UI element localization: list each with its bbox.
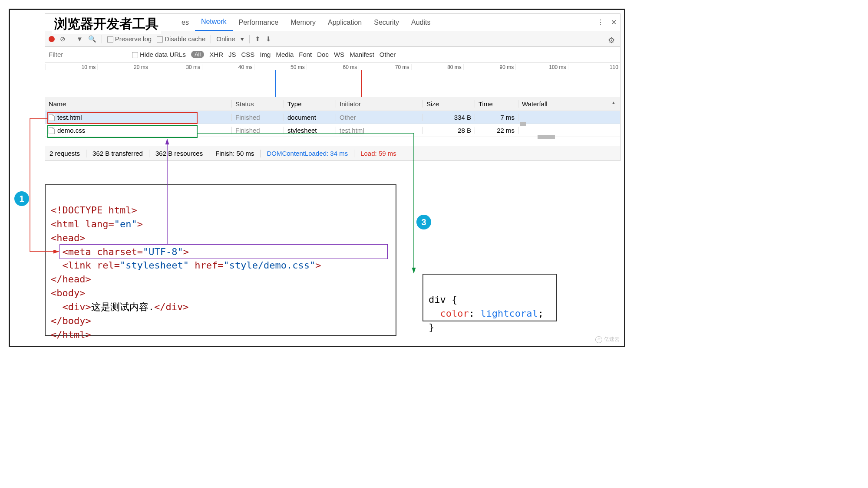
- tick: 70 ms: [359, 64, 411, 70]
- summary-bar: 2 requests 362 B transferred 362 B resou…: [45, 146, 620, 160]
- throttle-select[interactable]: Online ▾: [216, 35, 244, 43]
- tick: 90 ms: [463, 64, 515, 70]
- cell-initiator: test.html: [336, 127, 423, 134]
- highlight-row-1: [47, 112, 198, 124]
- filter-all[interactable]: All: [191, 51, 204, 58]
- tick: 10 ms: [45, 64, 97, 70]
- highlight-row-2: [47, 125, 198, 138]
- close-icon[interactable]: ✕: [607, 18, 620, 26]
- filter-icon[interactable]: ▼: [76, 35, 83, 43]
- col-type[interactable]: Type: [284, 100, 336, 108]
- tick: 40 ms: [202, 64, 254, 70]
- grid-header: Name Status Type Initiator Size Time Wat…: [45, 97, 620, 111]
- tick: 30 ms: [150, 64, 202, 70]
- record-icon[interactable]: [49, 36, 55, 42]
- col-time[interactable]: Time: [475, 100, 518, 108]
- cell-status: Finished: [232, 127, 284, 134]
- filter-bar: Hide data URLs All XHR JS CSS Img Media …: [45, 47, 620, 62]
- tab-security[interactable]: Security: [368, 14, 405, 31]
- download-icon[interactable]: ⬇: [266, 35, 271, 43]
- filter-ws[interactable]: WS: [334, 51, 344, 58]
- filter-font[interactable]: Font: [299, 51, 312, 58]
- cell-initiator: Other: [336, 114, 423, 121]
- summary-resources: 362 B resources: [155, 150, 203, 157]
- cell-type: document: [284, 114, 336, 121]
- clear-icon[interactable]: ⊘: [60, 35, 66, 43]
- dcl-marker: [275, 70, 276, 97]
- summary-load: Load: 59 ms: [360, 150, 396, 157]
- disable-cache-toggle[interactable]: Disable cache: [157, 35, 205, 43]
- cell-size: 334 B: [423, 114, 475, 121]
- upload-icon[interactable]: ⬆: [255, 35, 261, 43]
- filter-img[interactable]: Img: [260, 51, 271, 58]
- preserve-log-toggle[interactable]: Preserve log: [107, 35, 152, 43]
- cell-time: 22 ms: [475, 127, 518, 134]
- tick: 20 ms: [97, 64, 149, 70]
- kebab-icon[interactable]: ⋮: [594, 18, 607, 26]
- col-name[interactable]: Name: [45, 100, 232, 108]
- tick: 100 ms: [515, 64, 568, 70]
- tick: 110: [568, 64, 620, 70]
- summary-requests: 2 requests: [50, 150, 80, 157]
- cell-status: Finished: [232, 114, 284, 121]
- tick: 50 ms: [254, 64, 306, 70]
- html-code-box: <!DOCTYPE html> <html lang="en"> <head> …: [45, 184, 396, 336]
- search-icon[interactable]: 🔍: [88, 35, 96, 43]
- disable-cache-label: Disable cache: [165, 35, 205, 43]
- tab-sources[interactable]: es: [175, 14, 195, 31]
- hide-data-urls-label: Hide data URLs: [140, 51, 186, 58]
- timeline-overview[interactable]: 10 ms 20 ms 30 ms 40 ms 50 ms 60 ms 70 m…: [45, 62, 620, 97]
- preserve-log-label: Preserve log: [115, 35, 152, 43]
- badge-3: 3: [416, 215, 431, 229]
- css-code-box: div { color: lightcoral; }: [422, 274, 557, 321]
- cell-type: stylesheet: [284, 127, 336, 134]
- devtools-panel: es Network Performance Memory Applicatio…: [45, 13, 620, 161]
- filter-input[interactable]: [49, 51, 127, 58]
- summary-finish: Finish: 50 ms: [215, 150, 254, 157]
- cell-size: 28 B: [423, 127, 475, 134]
- badge-1: 1: [14, 191, 29, 206]
- summary-transferred: 362 B transferred: [92, 150, 143, 157]
- filter-manifest[interactable]: Manifest: [350, 51, 374, 58]
- tab-memory[interactable]: Memory: [284, 14, 322, 31]
- col-status[interactable]: Status: [232, 100, 284, 108]
- tick: 60 ms: [307, 64, 359, 70]
- col-initiator[interactable]: Initiator: [336, 100, 423, 108]
- col-waterfall[interactable]: Waterfall ▲: [518, 100, 620, 108]
- tab-application[interactable]: Application: [322, 14, 368, 31]
- tab-network[interactable]: Network: [195, 14, 233, 31]
- col-size[interactable]: Size: [423, 100, 475, 108]
- filter-xhr[interactable]: XHR: [209, 51, 223, 58]
- filter-js[interactable]: JS: [228, 51, 236, 58]
- filter-media[interactable]: Media: [276, 51, 294, 58]
- filter-css[interactable]: CSS: [241, 51, 255, 58]
- hide-data-urls-toggle[interactable]: Hide data URLs: [132, 51, 186, 58]
- highlight-link-tag: [59, 244, 388, 259]
- summary-dcl: DOMContentLoaded: 34 ms: [267, 150, 348, 157]
- gear-icon[interactable]: ⚙: [608, 36, 615, 45]
- tick: 80 ms: [411, 64, 463, 70]
- filter-other[interactable]: Other: [380, 51, 396, 58]
- watermark: ㄹ亿速云: [595, 336, 620, 343]
- tab-audits[interactable]: Audits: [405, 14, 436, 31]
- cell-time: 7 ms: [475, 114, 518, 121]
- tab-performance[interactable]: Performance: [233, 14, 285, 31]
- load-marker: [361, 70, 362, 97]
- filter-doc[interactable]: Doc: [317, 51, 329, 58]
- page-title: 浏览器开发者工具: [52, 14, 161, 34]
